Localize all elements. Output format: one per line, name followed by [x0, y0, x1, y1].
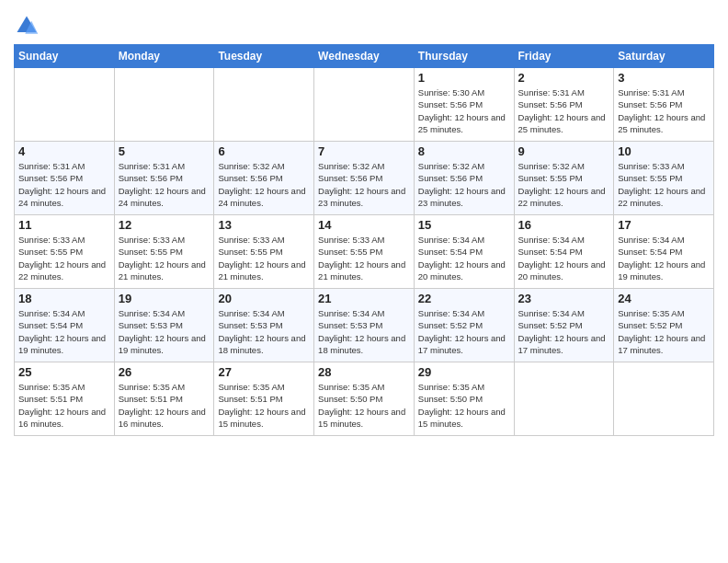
- day-info: Sunrise: 5:33 AM Sunset: 5:55 PM Dayligh…: [218, 234, 310, 282]
- day-info: Sunrise: 5:34 AM Sunset: 5:53 PM Dayligh…: [318, 307, 410, 356]
- day-number: 5: [119, 144, 210, 158]
- calendar-cell: 6Sunrise: 5:32 AM Sunset: 5:56 PM Daylig…: [214, 142, 314, 215]
- day-info: Sunrise: 5:31 AM Sunset: 5:56 PM Dayligh…: [119, 160, 210, 209]
- day-number: 24: [618, 292, 710, 305]
- day-number: 6: [218, 144, 310, 158]
- day-info: Sunrise: 5:34 AM Sunset: 5:54 PM Dayligh…: [518, 234, 610, 282]
- calendar-cell: [214, 68, 314, 142]
- day-info: Sunrise: 5:32 AM Sunset: 5:56 PM Dayligh…: [218, 160, 310, 209]
- calendar-cell: 20Sunrise: 5:34 AM Sunset: 5:53 PM Dayli…: [214, 289, 314, 362]
- day-info: Sunrise: 5:35 AM Sunset: 5:51 PM Dayligh…: [18, 381, 110, 430]
- day-info: Sunrise: 5:33 AM Sunset: 5:55 PM Dayligh…: [618, 160, 710, 209]
- calendar-cell: 23Sunrise: 5:34 AM Sunset: 5:52 PM Dayli…: [514, 289, 614, 362]
- day-info: Sunrise: 5:35 AM Sunset: 5:50 PM Dayligh…: [318, 381, 410, 430]
- calendar-cell: [15, 68, 115, 142]
- calendar-cell: 15Sunrise: 5:34 AM Sunset: 5:54 PM Dayli…: [414, 215, 514, 289]
- day-info: Sunrise: 5:32 AM Sunset: 5:55 PM Dayligh…: [518, 160, 610, 209]
- calendar-cell: 10Sunrise: 5:33 AM Sunset: 5:55 PM Dayli…: [614, 142, 714, 215]
- week-row-4: 18Sunrise: 5:34 AM Sunset: 5:54 PM Dayli…: [15, 289, 714, 362]
- day-number: 14: [318, 218, 410, 232]
- day-number: 10: [618, 144, 710, 158]
- col-header-thursday: Thursday: [414, 45, 514, 68]
- calendar-cell: 4Sunrise: 5:31 AM Sunset: 5:56 PM Daylig…: [15, 142, 115, 215]
- day-number: 28: [318, 365, 410, 379]
- calendar-cell: [314, 68, 415, 142]
- calendar-cell: 14Sunrise: 5:33 AM Sunset: 5:55 PM Dayli…: [314, 215, 415, 289]
- day-number: 25: [18, 365, 110, 379]
- day-info: Sunrise: 5:33 AM Sunset: 5:55 PM Dayligh…: [318, 234, 410, 282]
- calendar-cell: [514, 362, 614, 436]
- logo: [14, 13, 41, 39]
- calendar-cell: 17Sunrise: 5:34 AM Sunset: 5:54 PM Dayli…: [614, 215, 714, 289]
- calendar-cell: 9Sunrise: 5:32 AM Sunset: 5:55 PM Daylig…: [514, 142, 614, 215]
- day-info: Sunrise: 5:30 AM Sunset: 5:56 PM Dayligh…: [418, 86, 510, 135]
- day-info: Sunrise: 5:34 AM Sunset: 5:53 PM Dayligh…: [119, 307, 210, 356]
- day-number: 2: [518, 71, 610, 85]
- calendar-cell: 21Sunrise: 5:34 AM Sunset: 5:53 PM Dayli…: [314, 289, 415, 362]
- day-number: 1: [418, 71, 510, 85]
- day-number: 27: [218, 365, 310, 379]
- calendar-cell: 25Sunrise: 5:35 AM Sunset: 5:51 PM Dayli…: [15, 362, 115, 436]
- calendar-cell: 24Sunrise: 5:35 AM Sunset: 5:52 PM Dayli…: [614, 289, 714, 362]
- calendar-cell: 2Sunrise: 5:31 AM Sunset: 5:56 PM Daylig…: [514, 68, 614, 142]
- calendar-cell: 16Sunrise: 5:34 AM Sunset: 5:54 PM Dayli…: [514, 215, 614, 289]
- day-number: 7: [318, 144, 410, 158]
- day-info: Sunrise: 5:32 AM Sunset: 5:56 PM Dayligh…: [418, 160, 510, 209]
- calendar-cell: 7Sunrise: 5:32 AM Sunset: 5:56 PM Daylig…: [314, 142, 415, 215]
- day-number: 3: [618, 71, 710, 85]
- day-info: Sunrise: 5:34 AM Sunset: 5:54 PM Dayligh…: [18, 307, 110, 356]
- calendar-cell: 5Sunrise: 5:31 AM Sunset: 5:56 PM Daylig…: [114, 142, 214, 215]
- col-header-friday: Friday: [514, 45, 614, 68]
- day-info: Sunrise: 5:35 AM Sunset: 5:52 PM Dayligh…: [618, 307, 710, 356]
- day-info: Sunrise: 5:33 AM Sunset: 5:55 PM Dayligh…: [119, 234, 210, 282]
- calendar-cell: 8Sunrise: 5:32 AM Sunset: 5:56 PM Daylig…: [414, 142, 514, 215]
- day-info: Sunrise: 5:35 AM Sunset: 5:51 PM Dayligh…: [218, 381, 310, 430]
- calendar-cell: 26Sunrise: 5:35 AM Sunset: 5:51 PM Dayli…: [114, 362, 214, 436]
- day-number: 21: [318, 292, 410, 305]
- day-info: Sunrise: 5:34 AM Sunset: 5:52 PM Dayligh…: [518, 307, 610, 356]
- calendar-cell: 13Sunrise: 5:33 AM Sunset: 5:55 PM Dayli…: [214, 215, 314, 289]
- day-number: 12: [119, 218, 210, 232]
- calendar-cell: 29Sunrise: 5:35 AM Sunset: 5:50 PM Dayli…: [414, 362, 514, 436]
- week-row-5: 25Sunrise: 5:35 AM Sunset: 5:51 PM Dayli…: [15, 362, 714, 436]
- calendar-cell: 22Sunrise: 5:34 AM Sunset: 5:52 PM Dayli…: [414, 289, 514, 362]
- day-number: 18: [18, 292, 110, 305]
- day-info: Sunrise: 5:31 AM Sunset: 5:56 PM Dayligh…: [18, 160, 110, 209]
- week-row-2: 4Sunrise: 5:31 AM Sunset: 5:56 PM Daylig…: [15, 142, 714, 215]
- day-info: Sunrise: 5:35 AM Sunset: 5:51 PM Dayligh…: [119, 381, 210, 430]
- week-row-1: 1Sunrise: 5:30 AM Sunset: 5:56 PM Daylig…: [15, 68, 714, 142]
- page: SundayMondayTuesdayWednesdayThursdayFrid…: [0, 0, 728, 563]
- day-info: Sunrise: 5:34 AM Sunset: 5:54 PM Dayligh…: [618, 234, 710, 282]
- col-header-tuesday: Tuesday: [214, 45, 314, 68]
- day-info: Sunrise: 5:34 AM Sunset: 5:53 PM Dayligh…: [218, 307, 310, 356]
- calendar-cell: 1Sunrise: 5:30 AM Sunset: 5:56 PM Daylig…: [414, 68, 514, 142]
- calendar-cell: [114, 68, 214, 142]
- calendar-cell: 28Sunrise: 5:35 AM Sunset: 5:50 PM Dayli…: [314, 362, 415, 436]
- col-header-wednesday: Wednesday: [314, 45, 415, 68]
- logo-icon: [14, 13, 40, 39]
- day-number: 15: [418, 218, 510, 232]
- day-number: 13: [218, 218, 310, 232]
- day-info: Sunrise: 5:34 AM Sunset: 5:52 PM Dayligh…: [418, 307, 510, 356]
- calendar-cell: [614, 362, 714, 436]
- calendar-cell: 11Sunrise: 5:33 AM Sunset: 5:55 PM Dayli…: [15, 215, 115, 289]
- day-number: 19: [119, 292, 210, 305]
- calendar-cell: 12Sunrise: 5:33 AM Sunset: 5:55 PM Dayli…: [114, 215, 214, 289]
- day-number: 16: [518, 218, 610, 232]
- col-header-saturday: Saturday: [614, 45, 714, 68]
- day-number: 8: [418, 144, 510, 158]
- day-info: Sunrise: 5:35 AM Sunset: 5:50 PM Dayligh…: [418, 381, 510, 430]
- day-info: Sunrise: 5:32 AM Sunset: 5:56 PM Dayligh…: [318, 160, 410, 209]
- day-number: 23: [518, 292, 610, 305]
- header: [14, 9, 714, 39]
- day-info: Sunrise: 5:34 AM Sunset: 5:54 PM Dayligh…: [418, 234, 510, 282]
- calendar-cell: 18Sunrise: 5:34 AM Sunset: 5:54 PM Dayli…: [15, 289, 115, 362]
- col-header-monday: Monday: [114, 45, 214, 68]
- col-header-sunday: Sunday: [15, 45, 115, 68]
- day-info: Sunrise: 5:31 AM Sunset: 5:56 PM Dayligh…: [518, 86, 610, 135]
- calendar-cell: 3Sunrise: 5:31 AM Sunset: 5:56 PM Daylig…: [614, 68, 714, 142]
- header-row: SundayMondayTuesdayWednesdayThursdayFrid…: [15, 45, 714, 68]
- week-row-3: 11Sunrise: 5:33 AM Sunset: 5:55 PM Dayli…: [15, 215, 714, 289]
- day-number: 22: [418, 292, 510, 305]
- day-info: Sunrise: 5:31 AM Sunset: 5:56 PM Dayligh…: [618, 86, 710, 135]
